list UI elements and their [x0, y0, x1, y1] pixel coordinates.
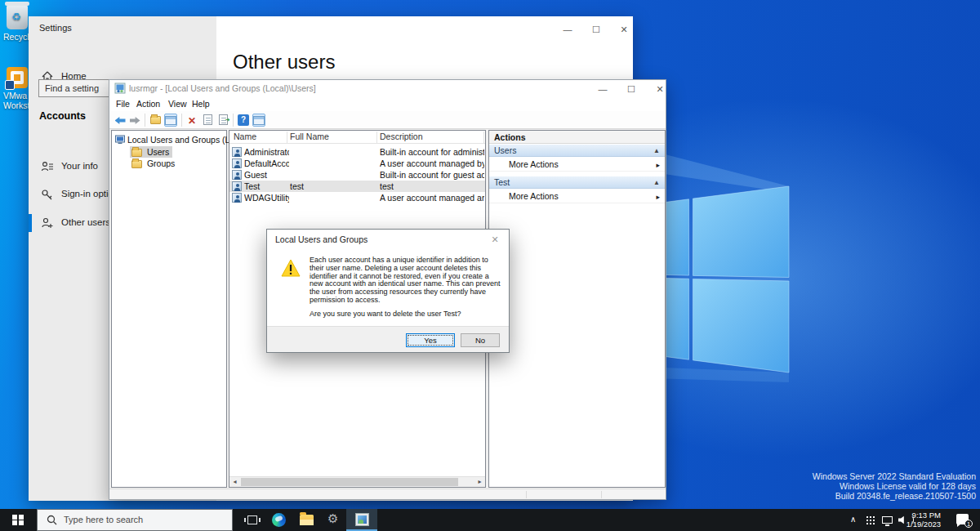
- tray-time: 9:13 PM: [906, 511, 941, 520]
- tray-grid-icon[interactable]: [866, 509, 877, 531]
- delete-icon[interactable]: ✕: [185, 114, 198, 127]
- action-pane-toggle-icon[interactable]: [252, 114, 265, 127]
- warning-icon: [281, 259, 301, 277]
- scrollbar-thumb[interactable]: [241, 478, 458, 486]
- collapse-icon[interactable]: ▲: [653, 145, 660, 157]
- tray-clock[interactable]: 9:13 PM 1/19/2023: [906, 511, 941, 529]
- dialog-button-strip: Yes No: [267, 326, 509, 352]
- tray-date: 1/19/2023: [906, 520, 941, 529]
- column-header-description[interactable]: Description: [380, 132, 423, 141]
- user-row-administrator[interactable]: Administrator Built-in account for admin…: [229, 146, 485, 158]
- folder-icon: [131, 149, 142, 157]
- file-explorer-button[interactable]: [291, 509, 322, 531]
- windows-logo-icon: [12, 515, 24, 525]
- tree-node-groups[interactable]: Groups: [130, 158, 178, 169]
- settings-window-title: Settings: [39, 23, 72, 33]
- user-row-guest[interactable]: Guest Built-in account for guest access: [229, 169, 485, 181]
- your-info-icon: [41, 160, 54, 173]
- user-row-wdagutility[interactable]: WDAGUtility... A user account managed an…: [229, 192, 485, 203]
- user-description: Built-in account for guest access: [380, 169, 484, 181]
- user-name: Guest: [244, 169, 289, 181]
- actions-pane: Actions Users ▲ More Actions ▸ Test ▲ Mo…: [488, 130, 666, 488]
- key-icon: [41, 188, 54, 201]
- selected-accent-bar: [29, 214, 32, 232]
- dialog-title: Local Users and Groups: [275, 234, 368, 244]
- taskbar: Type here to search ⚙ ∧ 9:13 PM 1/19/202…: [0, 509, 980, 531]
- settings-nav-other-users-label: Other users: [61, 217, 110, 227]
- no-button[interactable]: No: [461, 333, 500, 347]
- user-description: Built-in account for administerin: [380, 146, 484, 158]
- scroll-right-arrow[interactable]: ▸: [474, 477, 485, 487]
- up-folder-icon[interactable]: [149, 114, 162, 127]
- back-icon[interactable]: [114, 114, 127, 127]
- system-tray: ∧ 9:13 PM 1/19/2023 1: [849, 509, 980, 531]
- more-actions-label: More Actions: [509, 191, 559, 201]
- folder-icon: [131, 160, 142, 168]
- menu-help[interactable]: Help: [192, 99, 210, 109]
- computer-icon: [115, 135, 125, 145]
- tray-chevron-icon[interactable]: ∧: [850, 509, 862, 531]
- start-button[interactable]: [0, 509, 37, 531]
- collapse-icon[interactable]: ▲: [653, 176, 660, 189]
- export-list-icon[interactable]: [216, 114, 229, 127]
- edge-button[interactable]: [263, 509, 294, 531]
- lusrmgr-taskbar-icon: [355, 513, 369, 526]
- properties-icon[interactable]: [201, 114, 214, 127]
- user-account-icon: [232, 193, 242, 203]
- tree-node-users-label: Users: [147, 147, 169, 157]
- lusrmgr-close-button[interactable]: ✕: [648, 81, 672, 97]
- menu-file[interactable]: File: [116, 99, 130, 109]
- yes-button[interactable]: Yes: [406, 333, 455, 347]
- user-row-test-selected[interactable]: Test test test: [229, 181, 485, 192]
- actions-group-test-title: Test: [494, 177, 510, 187]
- actions-group-users-title: Users: [494, 145, 516, 155]
- notification-icon[interactable]: 1: [956, 514, 969, 524]
- lusrmgr-toolbar: ✕ ?: [109, 111, 666, 129]
- lusrmgr-maximize-button[interactable]: ☐: [619, 81, 644, 97]
- lusrmgr-titlebar[interactable]: lusrmgr - [Local Users and Groups (Local…: [109, 80, 666, 97]
- settings-minimize-button[interactable]: —: [555, 21, 580, 38]
- network-icon[interactable]: [882, 509, 895, 531]
- dialog-question-text: Are you sure you want to delete the user…: [310, 310, 461, 318]
- column-header-name[interactable]: Name: [234, 132, 256, 141]
- menu-view[interactable]: View: [168, 99, 187, 109]
- settings-close-button[interactable]: ✕: [612, 21, 636, 38]
- console-tree-pane: Local Users and Groups (Local) Users Gro…: [111, 130, 227, 488]
- actions-users-more-actions[interactable]: More Actions ▸: [489, 158, 665, 172]
- dialog-close-icon[interactable]: ✕: [486, 233, 504, 246]
- help-icon[interactable]: ?: [237, 114, 250, 127]
- lusrmgr-minimize-button[interactable]: —: [590, 81, 615, 97]
- user-account-icon: [232, 170, 242, 180]
- lusrmgr-statusbar: [109, 489, 666, 499]
- actions-group-test[interactable]: Test ▲: [489, 176, 665, 189]
- notification-badge: 1: [964, 520, 973, 528]
- search-icon: [47, 515, 57, 525]
- lusrmgr-window-title: lusrmgr - [Local Users and Groups (Local…: [129, 83, 316, 93]
- column-header-fullname[interactable]: Full Name: [290, 132, 329, 141]
- settings-gear-button[interactable]: ⚙: [318, 509, 350, 531]
- tree-node-groups-label: Groups: [147, 158, 175, 168]
- taskbar-search-placeholder: Type here to search: [64, 510, 143, 530]
- user-fullname: test: [290, 181, 376, 192]
- menu-action[interactable]: Action: [136, 99, 160, 109]
- user-row-defaultaccount[interactable]: DefaultAcco... A user account managed by…: [229, 158, 485, 169]
- console-tree-toggle-icon[interactable]: [164, 114, 177, 127]
- lusrmgr-taskbar-button[interactable]: [346, 509, 377, 531]
- actions-test-more-actions[interactable]: More Actions ▸: [489, 190, 665, 203]
- user-account-icon: [232, 181, 242, 191]
- user-description: A user account managed by the s: [380, 158, 484, 169]
- watermark-line-2: Windows License valid for 128 days: [813, 481, 976, 491]
- submenu-arrow-icon: ▸: [656, 158, 660, 172]
- tree-node-users[interactable]: Users: [130, 146, 172, 158]
- user-description: test: [380, 181, 484, 192]
- taskbar-search-input[interactable]: Type here to search: [37, 509, 233, 531]
- settings-maximize-button[interactable]: ☐: [584, 21, 608, 38]
- taskview-icon: [247, 515, 257, 524]
- settings-section-header: Accounts: [39, 110, 86, 122]
- actions-group-users[interactable]: Users ▲: [489, 145, 665, 157]
- forward-icon[interactable]: [128, 114, 141, 127]
- scroll-left-arrow[interactable]: ◂: [229, 477, 240, 487]
- horizontal-scrollbar[interactable]: ◂ ▸: [229, 476, 485, 487]
- delete-confirm-dialog: Local Users and Groups ✕ Each user accou…: [266, 229, 510, 353]
- edge-icon: [272, 513, 286, 527]
